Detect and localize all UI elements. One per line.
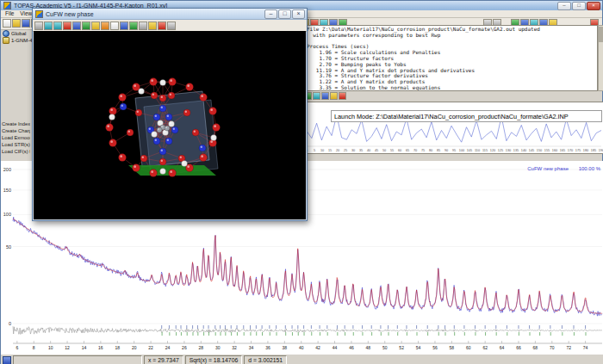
action-create-charge[interactable]: Create Charge F... <box>2 127 30 134</box>
svg-text:145: 145 <box>529 149 534 152</box>
new-file-icon[interactable] <box>3 19 11 28</box>
svg-text:30: 30 <box>351 149 355 152</box>
svg-text:110: 110 <box>475 149 480 152</box>
svg-text:60: 60 <box>398 149 401 152</box>
project-tree: Global 1-GNM-4145-P4-Kapton_R01.xy <box>1 30 32 116</box>
background-icon[interactable] <box>110 22 119 30</box>
status-sqrt: Sqrt(x) = 18.14706 <box>185 355 243 364</box>
svg-text:14: 14 <box>82 345 87 350</box>
svg-text:185: 185 <box>591 149 596 152</box>
svg-text:28: 28 <box>199 345 204 350</box>
svg-text:70: 70 <box>413 149 417 152</box>
svg-text:12: 12 <box>65 345 70 350</box>
status-empty <box>13 355 142 364</box>
svg-text:20: 20 <box>336 149 339 152</box>
menu-view[interactable]: View <box>20 10 32 16</box>
output-scrollbar[interactable] <box>598 25 603 91</box>
svg-text:68: 68 <box>533 345 538 350</box>
tree-item-label: Global <box>11 31 26 36</box>
action-load-str[interactable]: Load STR(s) fro... <box>2 141 30 148</box>
distance-icon[interactable] <box>158 22 166 30</box>
svg-text:44: 44 <box>333 345 338 350</box>
child-minimize-button[interactable]: – <box>264 9 277 19</box>
rwp-zoom-icon[interactable] <box>313 92 320 100</box>
structure-canvas[interactable] <box>34 31 306 219</box>
svg-text:66: 66 <box>516 345 521 350</box>
topas-main-window: TOPAS-Academic V5 - [1-GNM-4145-P4-Kapto… <box>0 0 603 364</box>
svg-text:160: 160 <box>552 149 557 152</box>
status-icon <box>3 356 11 364</box>
svg-text:16: 16 <box>98 345 103 350</box>
svg-text:50: 50 <box>382 149 386 152</box>
action-load-exmoor[interactable]: Load Exmoor f... <box>2 134 30 141</box>
child-maximize-button[interactable]: □ <box>278 9 291 19</box>
bonds-icon[interactable] <box>72 22 81 30</box>
scrollbar-thumb[interactable] <box>599 27 603 42</box>
tree-item-label: 1-GNM-4145-P4-Kapton_R01.xy <box>11 38 32 43</box>
svg-text:15: 15 <box>328 149 332 152</box>
maximize-button[interactable]: □ <box>572 2 586 10</box>
svg-text:46: 46 <box>349 345 354 350</box>
svg-text:150: 150 <box>3 188 11 193</box>
svg-text:155: 155 <box>544 149 550 152</box>
minimize-button[interactable]: – <box>557 2 571 10</box>
left-action-list: Create Indexing Create Charge F... Load … <box>2 120 30 155</box>
tree-item-dataset[interactable]: 1-GNM-4145-P4-Kapton_R01.xy <box>1 37 32 44</box>
unit-cell-icon[interactable] <box>91 22 100 30</box>
zoom-out-icon[interactable] <box>53 22 62 30</box>
svg-text:175: 175 <box>575 149 581 152</box>
atoms-icon[interactable] <box>63 22 71 30</box>
action-create-indexing[interactable]: Create Indexing <box>2 120 30 127</box>
render-mode-icon[interactable] <box>120 22 128 30</box>
svg-text:62: 62 <box>482 345 488 350</box>
svg-text:22: 22 <box>148 345 153 350</box>
svg-text:40: 40 <box>299 345 304 350</box>
svg-text:140: 140 <box>521 149 526 152</box>
svg-text:26: 26 <box>182 345 187 350</box>
rwp-history-icon[interactable] <box>321 92 329 100</box>
svg-text:10: 10 <box>320 149 324 152</box>
menu-file[interactable]: File <box>5 10 14 16</box>
svg-text:25: 25 <box>344 149 347 152</box>
svg-text:56: 56 <box>432 345 438 350</box>
snapshot-icon[interactable] <box>139 22 147 30</box>
rwp-toolbar <box>304 92 346 100</box>
svg-text:120: 120 <box>490 149 495 152</box>
spin-icon[interactable] <box>129 22 138 30</box>
svg-text:130: 130 <box>506 149 511 152</box>
rotate-icon[interactable] <box>34 22 43 30</box>
child-title-bar[interactable]: CuFW new phase – □ × <box>33 9 307 20</box>
open-file-icon[interactable] <box>12 19 21 28</box>
status-x: x = 29.7347 <box>144 355 183 364</box>
svg-text:135: 135 <box>513 149 519 152</box>
svg-text:74: 74 <box>583 345 588 350</box>
rwp-best-icon[interactable] <box>330 92 338 100</box>
svg-text:75: 75 <box>421 149 425 152</box>
polyhedra-icon[interactable] <box>82 22 90 30</box>
svg-text:100: 100 <box>459 149 464 152</box>
viewer-toolbar <box>33 20 307 32</box>
svg-text:125: 125 <box>498 149 503 152</box>
axes-icon[interactable] <box>101 22 109 30</box>
svg-text:70: 70 <box>550 345 555 350</box>
svg-text:40: 40 <box>367 149 370 152</box>
zoom-in-icon[interactable] <box>44 22 53 30</box>
tree-item-global[interactable]: Global <box>1 30 32 37</box>
child-close-button[interactable]: × <box>292 9 305 19</box>
launch-mode-box: Launch Mode: Z:\Data\Material17\NaCu_cor… <box>331 110 602 122</box>
child-window-icon <box>35 10 43 18</box>
status-d: d = 3.002151 <box>244 355 287 364</box>
save-icon[interactable] <box>22 19 30 28</box>
svg-text:90: 90 <box>444 149 448 152</box>
svg-text:38: 38 <box>283 345 288 350</box>
globe-icon <box>3 30 9 37</box>
output-panel[interactable]: File Z:\Data\Material17\NaCu_corrosion_p… <box>304 25 598 91</box>
viewer-settings-icon[interactable] <box>167 22 176 30</box>
action-load-cif[interactable]: Load CIF(s) for f... <box>2 148 30 155</box>
close-button[interactable]: × <box>587 2 600 10</box>
svg-text:65: 65 <box>406 149 409 152</box>
rwp-clear-icon[interactable] <box>339 92 346 100</box>
svg-text:48: 48 <box>366 345 371 350</box>
structure-viewer-window[interactable]: CuFW new phase – □ × <box>32 8 308 221</box>
labels-icon[interactable] <box>148 22 157 30</box>
